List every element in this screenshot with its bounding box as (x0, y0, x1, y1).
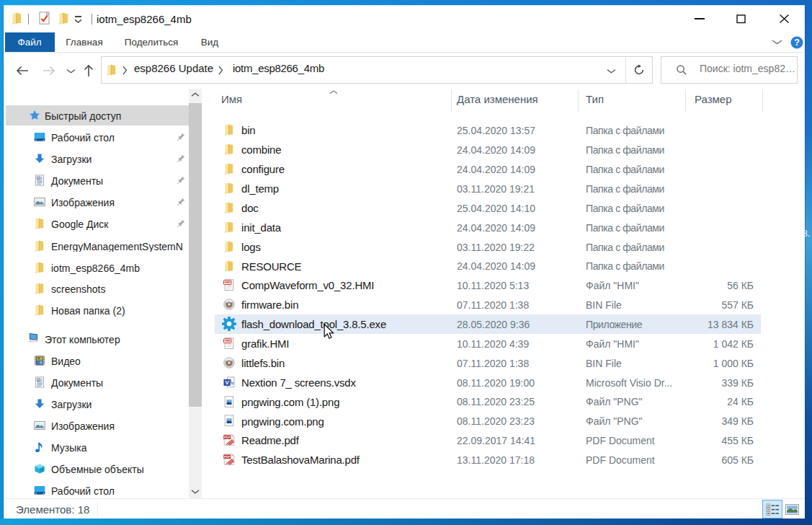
svg-text:?: ? (794, 38, 800, 48)
svg-text:V: V (225, 379, 229, 386)
svg-text:HMI: HMI (225, 339, 231, 343)
svg-text:PDF: PDF (224, 436, 231, 439)
svg-text:HMI: HMI (225, 281, 231, 284)
svg-text:PDF: PDF (224, 455, 231, 459)
